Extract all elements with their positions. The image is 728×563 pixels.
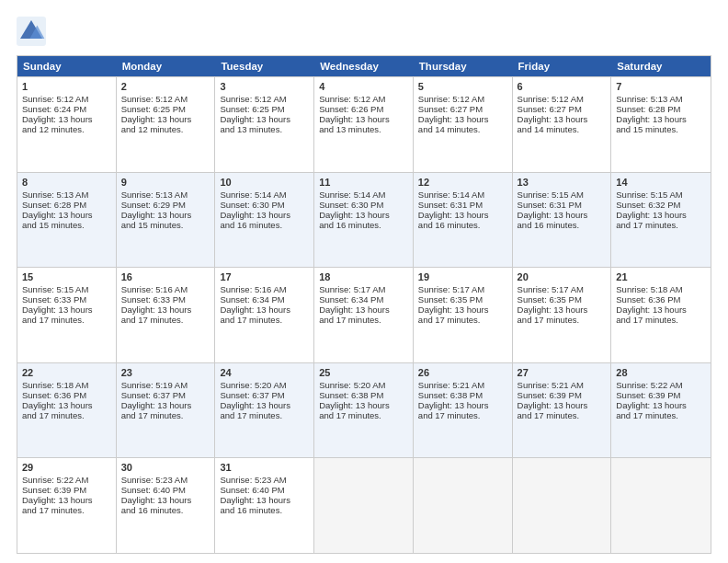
day-content-line: and 13 minutes. xyxy=(319,124,408,134)
day-content-line: Daylight: 13 hours xyxy=(121,114,210,124)
day-content-line: Sunset: 6:24 PM xyxy=(22,104,111,114)
day-number: 25 xyxy=(319,367,408,378)
day-content-line: Daylight: 13 hours xyxy=(418,210,507,220)
day-content-line: Daylight: 13 hours xyxy=(121,304,210,315)
day-content-line: Sunset: 6:35 PM xyxy=(418,294,507,304)
day-cell-25: 25Sunrise: 5:20 AMSunset: 6:38 PMDayligh… xyxy=(314,363,414,458)
day-content-line: and 15 minutes. xyxy=(22,220,111,230)
day-cell-15: 15Sunrise: 5:15 AMSunset: 6:33 PMDayligh… xyxy=(17,268,117,362)
day-content-line: Sunset: 6:34 PM xyxy=(220,294,309,304)
day-cell-9: 9Sunrise: 5:13 AMSunset: 6:29 PMDaylight… xyxy=(117,173,216,268)
day-content-line: Sunrise: 5:14 AM xyxy=(220,190,309,200)
day-content-line: Daylight: 13 hours xyxy=(22,210,111,220)
calendar-page: SundayMondayTuesdayWednesdayThursdayFrid… xyxy=(0,0,728,563)
day-content-line: Sunrise: 5:22 AM xyxy=(22,475,111,485)
day-content-line: and 16 minutes. xyxy=(220,505,309,515)
day-content-line: Sunrise: 5:19 AM xyxy=(121,380,210,390)
day-content-line: and 17 minutes. xyxy=(22,410,111,420)
day-content-line: Daylight: 13 hours xyxy=(319,400,408,410)
day-number: 12 xyxy=(418,177,507,188)
day-content-line: Sunrise: 5:12 AM xyxy=(220,94,309,104)
day-content-line: Sunrise: 5:17 AM xyxy=(418,284,507,294)
day-content-line: Daylight: 13 hours xyxy=(220,210,309,220)
day-cell-30: 30Sunrise: 5:23 AMSunset: 6:40 PMDayligh… xyxy=(117,458,216,553)
day-content-line: Sunrise: 5:13 AM xyxy=(22,190,111,200)
day-number: 22 xyxy=(22,367,111,378)
day-content-line: Sunset: 6:33 PM xyxy=(22,294,111,304)
day-content-line: Sunrise: 5:13 AM xyxy=(616,94,706,104)
calendar-week-5: 29Sunrise: 5:22 AMSunset: 6:39 PMDayligh… xyxy=(17,457,711,553)
day-content-line: and 15 minutes. xyxy=(616,124,706,134)
day-cell-3: 3Sunrise: 5:12 AMSunset: 6:25 PMDaylight… xyxy=(215,77,314,172)
day-content-line: Sunrise: 5:20 AM xyxy=(220,380,309,390)
day-content-line: Sunset: 6:27 PM xyxy=(518,104,607,114)
header-day-tuesday: Tuesday xyxy=(215,56,314,76)
day-content-line: Daylight: 13 hours xyxy=(616,210,706,220)
day-content-line: Sunrise: 5:17 AM xyxy=(518,284,607,294)
day-number: 10 xyxy=(220,177,309,188)
day-number: 4 xyxy=(319,81,408,92)
day-content-line: Daylight: 13 hours xyxy=(418,114,507,124)
day-content-line: Sunrise: 5:16 AM xyxy=(121,284,210,294)
day-content-line: Sunset: 6:38 PM xyxy=(319,390,408,400)
day-number: 21 xyxy=(616,271,706,282)
day-content-line: and 16 minutes. xyxy=(121,505,210,515)
day-content-line: and 17 minutes. xyxy=(616,220,706,230)
day-content-line: Sunset: 6:32 PM xyxy=(616,200,706,210)
day-content-line: Sunrise: 5:12 AM xyxy=(319,94,408,104)
day-number: 2 xyxy=(121,81,210,92)
day-cell-10: 10Sunrise: 5:14 AMSunset: 6:30 PMDayligh… xyxy=(215,173,314,268)
calendar-header-row: SundayMondayTuesdayWednesdayThursdayFrid… xyxy=(17,56,711,76)
day-content-line: Sunset: 6:33 PM xyxy=(121,294,210,304)
day-content-line: and 17 minutes. xyxy=(418,410,507,420)
day-content-line: Sunset: 6:39 PM xyxy=(22,485,111,495)
day-number: 19 xyxy=(418,271,507,282)
day-content-line: and 17 minutes. xyxy=(22,315,111,325)
day-number: 3 xyxy=(220,81,309,92)
day-content-line: Sunset: 6:39 PM xyxy=(616,390,706,400)
day-content-line: and 17 minutes. xyxy=(518,315,607,325)
day-content-line: and 13 minutes. xyxy=(220,124,309,134)
day-content-line: Daylight: 13 hours xyxy=(22,304,111,315)
day-content-line: and 16 minutes. xyxy=(220,220,309,230)
day-content-line: Sunset: 6:38 PM xyxy=(418,390,507,400)
day-content-line: Sunset: 6:34 PM xyxy=(319,294,408,304)
day-cell-4: 4Sunrise: 5:12 AMSunset: 6:26 PMDaylight… xyxy=(314,77,414,172)
day-number: 28 xyxy=(616,367,706,378)
day-number: 13 xyxy=(518,177,607,188)
day-content-line: Sunrise: 5:21 AM xyxy=(418,380,507,390)
day-content-line: and 17 minutes. xyxy=(121,315,210,325)
day-content-line: Daylight: 13 hours xyxy=(319,304,408,315)
day-number: 18 xyxy=(319,271,408,282)
calendar-body: 1Sunrise: 5:12 AMSunset: 6:24 PMDaylight… xyxy=(17,76,711,553)
day-content-line: Sunrise: 5:20 AM xyxy=(319,380,408,390)
day-content-line: Sunrise: 5:14 AM xyxy=(319,190,408,200)
day-number: 9 xyxy=(121,177,210,188)
day-cell-18: 18Sunrise: 5:17 AMSunset: 6:34 PMDayligh… xyxy=(314,268,414,362)
day-number: 6 xyxy=(518,81,607,92)
day-content-line: Sunset: 6:25 PM xyxy=(220,104,309,114)
day-content-line: Daylight: 13 hours xyxy=(121,210,210,220)
day-content-line: Sunrise: 5:14 AM xyxy=(418,190,507,200)
day-content-line: Daylight: 13 hours xyxy=(220,495,309,505)
day-content-line: Sunset: 6:31 PM xyxy=(518,200,607,210)
day-content-line: Daylight: 13 hours xyxy=(22,400,111,410)
day-content-line: and 17 minutes. xyxy=(319,315,408,325)
day-content-line: and 12 minutes. xyxy=(22,124,111,134)
day-content-line: Sunset: 6:35 PM xyxy=(518,294,607,304)
day-content-line: Daylight: 13 hours xyxy=(220,400,309,410)
day-cell-13: 13Sunrise: 5:15 AMSunset: 6:31 PMDayligh… xyxy=(513,173,612,268)
day-cell-6: 6Sunrise: 5:12 AMSunset: 6:27 PMDaylight… xyxy=(513,77,612,172)
day-content-line: Sunrise: 5:22 AM xyxy=(616,380,706,390)
day-content-line: and 17 minutes. xyxy=(220,315,309,325)
day-content-line: Sunset: 6:39 PM xyxy=(518,390,607,400)
day-number: 30 xyxy=(121,462,210,473)
calendar-week-2: 8Sunrise: 5:13 AMSunset: 6:28 PMDaylight… xyxy=(17,172,711,268)
day-content-line: Sunrise: 5:12 AM xyxy=(518,94,607,104)
day-content-line: Daylight: 13 hours xyxy=(418,304,507,315)
empty-cell xyxy=(314,458,414,553)
day-cell-22: 22Sunrise: 5:18 AMSunset: 6:36 PMDayligh… xyxy=(17,363,117,458)
logo-icon xyxy=(17,17,46,46)
header-day-thursday: Thursday xyxy=(414,56,513,76)
day-number: 15 xyxy=(22,271,111,282)
